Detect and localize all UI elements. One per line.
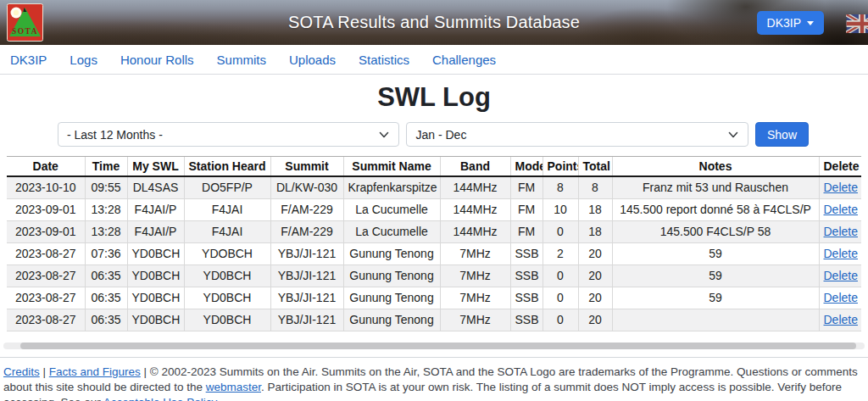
delete-link[interactable]: Delete: [824, 247, 858, 260]
log-my-swl: F4JAI/P: [127, 198, 184, 220]
log-summit-name: Gunung Tenong: [343, 287, 440, 309]
chevron-down-icon: [807, 21, 814, 25]
log-station-heard: YD0BCH: [184, 287, 270, 309]
log-band: 144MHz: [440, 198, 510, 220]
log-band: 7MHz: [440, 287, 510, 309]
log-band: 7MHz: [440, 242, 510, 265]
log-points: 0: [542, 287, 578, 309]
log-total: 18: [578, 198, 612, 220]
log-total: 20: [578, 242, 612, 265]
log-my-swl: YD0BCH: [127, 309, 184, 331]
uk-flag-icon[interactable]: [846, 14, 868, 33]
log-notes: 145.500 F4CLS/P 58: [612, 220, 819, 242]
log-points: 0: [542, 309, 578, 331]
period-select[interactable]: - Last 12 Months -: [58, 122, 399, 147]
facts-and-figures-link[interactable]: Facts and Figures: [49, 365, 141, 378]
log-date: 2023-10-10: [7, 176, 85, 198]
delete-link[interactable]: Delete: [824, 225, 858, 238]
log-time: 06:35: [85, 287, 127, 309]
log-summit-name: La Cucumelle: [343, 220, 440, 242]
webmaster-link[interactable]: webmaster: [206, 381, 261, 393]
column-header-notes: Notes: [612, 157, 819, 177]
log-station-heard: F4JAI: [184, 198, 270, 220]
nav-item-statistics[interactable]: Statistics: [359, 53, 409, 67]
log-notes: 59: [612, 242, 819, 265]
table-row: 2023-08-27 06:35 YD0BCH YD0BCH YBJ/JI-12…: [7, 265, 861, 287]
log-delete-cell: Delete: [819, 309, 861, 331]
horizontal-scrollbar-track: [3, 343, 865, 349]
column-header-mode: Mode: [510, 157, 542, 177]
months-select-wrap: Jan - Dec: [406, 122, 748, 147]
log-delete-cell: Delete: [819, 287, 861, 309]
table-row: 2023-08-27 07:36 YD0BCH YDOBCH YBJ/JI-12…: [7, 242, 861, 265]
column-header-total: Total: [578, 157, 612, 177]
filter-bar: - Last 12 Months - Jan - Dec Show: [0, 122, 868, 147]
table-row: 2023-08-27 06:35 YD0BCH YD0BCH YBJ/JI-12…: [7, 309, 861, 331]
log-date: 2023-09-01: [7, 220, 85, 242]
log-delete-cell: Delete: [819, 242, 861, 265]
log-station-heard: YDOBCH: [184, 242, 270, 265]
show-button[interactable]: Show: [755, 122, 809, 147]
table-row: 2023-09-01 13:28 F4JAI/P F4JAI F/AM-229 …: [7, 198, 861, 220]
horizontal-scrollbar-thumb[interactable]: [20, 343, 856, 349]
nav-item-challenges[interactable]: Challenges: [432, 53, 496, 67]
period-select-wrap: - Last 12 Months -: [58, 122, 399, 147]
log-summit-ref: F/AM-229: [270, 198, 343, 220]
log-summit-name: Gunung Tenong: [343, 242, 440, 265]
log-delete-cell: Delete: [819, 265, 861, 287]
log-points: 0: [542, 265, 578, 287]
column-header-band: Band: [440, 157, 510, 177]
log-summit-name: Gunung Tenong: [343, 265, 440, 287]
header-banner: SOTA SOTA Results and Summits Database D…: [0, 0, 868, 45]
log-mode: SSB: [510, 309, 542, 331]
log-total: 18: [578, 220, 612, 242]
log-time: 07:36: [85, 242, 127, 265]
delete-link[interactable]: Delete: [824, 203, 858, 216]
log-table-body: 2023-10-10 09:55 DL4SAS DO5FP/P DL/KW-03…: [7, 176, 861, 331]
log-delete-cell: Delete: [819, 198, 861, 220]
log-total: 8: [578, 176, 612, 198]
user-menu-label: DK3IP: [767, 16, 801, 30]
log-notes: 145.500 report donné 58 à F4CLS/P: [612, 198, 819, 220]
log-my-swl: F4JAI/P: [127, 220, 184, 242]
nav-item-dk3ip[interactable]: DK3IP: [10, 53, 47, 67]
log-mode: SSB: [510, 265, 542, 287]
main-nav: DK3IP Logs Honour Rolls Summits Uploads …: [0, 45, 868, 75]
delete-link[interactable]: Delete: [824, 181, 858, 194]
nav-item-summits[interactable]: Summits: [217, 53, 266, 67]
months-select[interactable]: Jan - Dec: [406, 122, 748, 147]
footer-separator: |: [40, 365, 49, 378]
log-summit-ref: YBJ/JI-121: [270, 287, 343, 309]
log-summit-name: La Cucumelle: [343, 198, 440, 220]
log-mode: SSB: [510, 242, 542, 265]
column-header-time: Time: [85, 157, 127, 177]
log-my-swl: DL4SAS: [127, 176, 184, 198]
log-points: 2: [542, 242, 578, 265]
table-row: 2023-09-01 13:28 F4JAI/P F4JAI F/AM-229 …: [7, 220, 861, 242]
log-total: 20: [578, 309, 612, 331]
credits-link[interactable]: Credits: [3, 365, 40, 378]
log-my-swl: YD0BCH: [127, 242, 184, 265]
user-menu-button[interactable]: DK3IP: [757, 11, 824, 35]
log-summit-ref: YBJ/JI-121: [270, 242, 343, 265]
nav-item-honour-rolls[interactable]: Honour Rolls: [120, 53, 194, 67]
log-delete-cell: Delete: [819, 220, 861, 242]
table-header-row: DateTimeMy SWLStation HeardSummitSummit …: [7, 157, 861, 177]
column-header-delete: Delete: [819, 157, 861, 177]
delete-link[interactable]: Delete: [824, 313, 858, 326]
log-total: 20: [578, 265, 612, 287]
acceptable-use-policy-link[interactable]: Acceptable Use Policy.: [103, 396, 220, 401]
nav-item-logs[interactable]: Logs: [70, 53, 97, 67]
log-time: 13:28: [85, 220, 127, 242]
delete-link[interactable]: Delete: [824, 291, 858, 304]
log-summit-ref: DL/KW-030: [270, 176, 343, 198]
log-summit-ref: YBJ/JI-121: [270, 309, 343, 331]
log-date: 2023-08-27: [7, 242, 85, 265]
log-time: 06:35: [85, 265, 127, 287]
delete-link[interactable]: Delete: [824, 269, 858, 282]
log-date: 2023-08-27: [7, 309, 85, 331]
nav-item-uploads[interactable]: Uploads: [289, 53, 336, 67]
log-mode: FM: [510, 176, 542, 198]
log-date: 2023-08-27: [7, 287, 85, 309]
log-station-heard: DO5FP/P: [184, 176, 270, 198]
